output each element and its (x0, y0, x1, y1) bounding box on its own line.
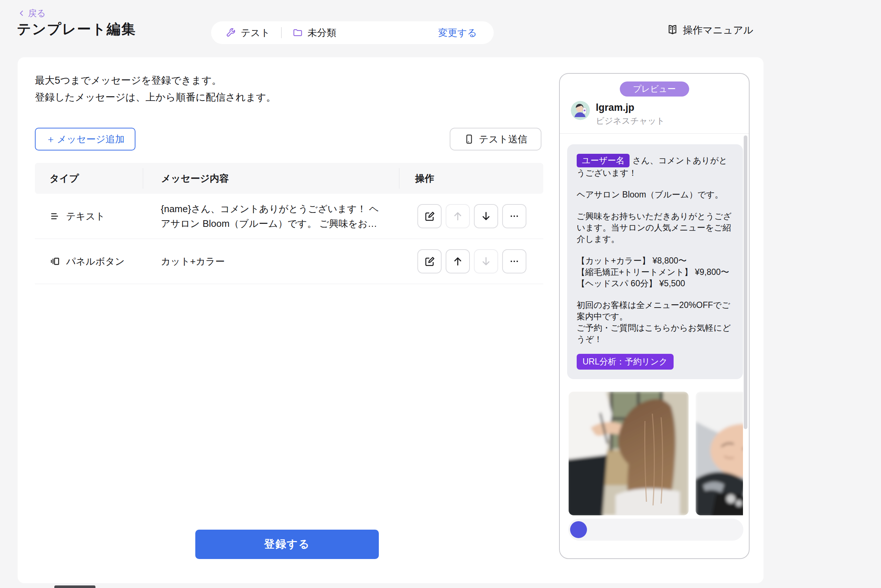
preview-panel: プレビュー lgram.jp ビジネスチャット ユーザー名さん、コメントありがと… (559, 73, 750, 559)
message-content: カット+カラー (143, 254, 399, 268)
table-row: パネルボタン カット+カラー (35, 239, 543, 284)
col-actions: 操作 (399, 168, 543, 189)
actions-cell (399, 204, 543, 228)
col-content: メッセージ内容 (143, 168, 399, 189)
move-up-button[interactable] (446, 249, 470, 273)
preview-scrollbar[interactable] (744, 135, 747, 429)
manual-link[interactable]: 操作マニュアル (666, 24, 753, 37)
chat-paragraph-1: ユーザー名さん、コメントありがとうございます！ (577, 154, 734, 179)
folder-icon (293, 27, 303, 38)
preview-divider (560, 133, 749, 134)
account-name: lgram.jp (596, 102, 634, 113)
message-content: {name}さん、コメントありがとうございます！ ヘアサロン Bloom（ブルー… (143, 201, 399, 231)
test-send-button[interactable]: テスト送信 (450, 128, 542, 150)
arrow-up-icon (452, 210, 464, 222)
arrow-down-icon (480, 255, 492, 267)
change-template-button[interactable]: 変更する (438, 26, 477, 39)
bottom-edge-artifact (54, 585, 95, 588)
register-button[interactable]: 登録する (195, 530, 379, 559)
plus-icon: ＋ (46, 133, 56, 146)
carousel-bar (568, 519, 743, 541)
page-title: テンプレート編集 (17, 20, 136, 39)
instructions-line2: 登録したメッセージは、上から順番に配信されます。 (35, 89, 276, 106)
pencil-square-icon (423, 210, 435, 222)
carousel-image-haircut (569, 392, 689, 515)
chat-paragraph-2: ヘアサロン Bloom（ブルーム）です。 (577, 189, 734, 200)
col-type: タイプ (35, 172, 143, 185)
chat-promo: 初回のお客様は全メニュー20%OFFでご案内中です。 ご予約・ご質問はこちらから… (577, 300, 734, 345)
chat-paragraph-3: ご興味をお持ちいただきありがとうございます。当サロンの人気メニューをご紹介します… (577, 211, 734, 245)
arrow-up-icon (452, 255, 464, 267)
preview-badge: プレビュー (620, 81, 689, 96)
type-cell: パネルボタン (35, 255, 143, 268)
type-label: テキスト (66, 210, 105, 223)
open-book-icon (666, 24, 679, 36)
chevron-left-icon (18, 9, 26, 17)
chat-bubble: ユーザー名さん、コメントありがとうございます！ ヘアサロン Bloom（ブルーム… (567, 144, 743, 379)
type-cell: テキスト (35, 210, 143, 223)
table-row: テキスト {name}さん、コメントありがとうございます！ ヘアサロン Bloo… (35, 194, 543, 239)
wrench-icon (226, 27, 236, 38)
edit-button[interactable] (417, 204, 441, 228)
instructions-line1: 最大5つまでメッセージを登録できます。 (35, 72, 276, 89)
chat-menu-list: 【カット+カラー】 ¥8,800〜 【縮毛矯正+トリートメント】 ¥9,800〜… (577, 255, 734, 289)
account-subtitle: ビジネスチャット (596, 115, 665, 127)
manual-label: 操作マニュアル (683, 24, 753, 37)
meta-divider (281, 27, 282, 38)
move-down-button (474, 249, 498, 273)
edit-button[interactable] (417, 249, 441, 273)
smartphone-icon (464, 134, 474, 144)
url-analysis-badge: URL分析：予約リンク (577, 354, 674, 370)
carousel-dot[interactable] (570, 521, 587, 538)
template-meta-bar: テスト 未分類 変更する (211, 21, 494, 44)
back-link[interactable]: 戻る (18, 8, 46, 19)
panel-button-icon (50, 256, 60, 267)
ellipsis-icon (509, 210, 520, 222)
table-header: タイプ メッセージ内容 操作 (35, 163, 543, 194)
template-name: テスト (241, 26, 270, 39)
arrow-down-icon (480, 210, 492, 222)
add-message-button[interactable]: ＋ メッセージ追加 (35, 128, 135, 150)
text-lines-icon (50, 211, 60, 222)
ellipsis-icon (509, 255, 520, 267)
avatar (571, 101, 590, 120)
pencil-square-icon (423, 255, 435, 267)
user-name-badge: ユーザー名 (577, 154, 630, 167)
test-send-label: テスト送信 (479, 133, 527, 146)
add-message-label: メッセージ追加 (57, 133, 125, 146)
move-up-button (446, 204, 470, 228)
image-carousel (569, 392, 743, 515)
more-button[interactable] (502, 204, 527, 228)
move-down-button[interactable] (474, 204, 498, 228)
instructions: 最大5つまでメッセージを登録できます。 登録したメッセージは、上から順番に配信さ… (35, 72, 276, 106)
category-label: 未分類 (308, 26, 336, 39)
type-label: パネルボタン (66, 255, 125, 268)
back-label: 戻る (28, 8, 46, 19)
carousel-image-hairwash (696, 392, 743, 515)
actions-cell (399, 249, 543, 273)
message-table: タイプ メッセージ内容 操作 テキスト {name}さん、コメントありがとうござ… (35, 163, 543, 284)
more-button[interactable] (502, 249, 527, 273)
